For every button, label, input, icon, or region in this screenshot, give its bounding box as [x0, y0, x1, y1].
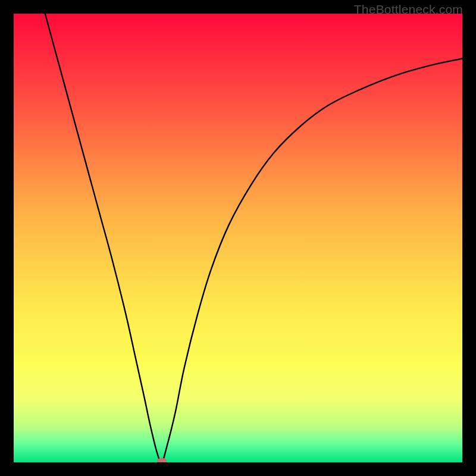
minimum-marker — [157, 458, 167, 463]
watermark-text: TheBottleneck.com — [354, 2, 463, 17]
plot-area — [14, 14, 462, 462]
bottleneck-curve — [45, 14, 462, 462]
curve-layer — [14, 14, 462, 462]
chart-canvas: TheBottleneck.com — [0, 0, 476, 476]
